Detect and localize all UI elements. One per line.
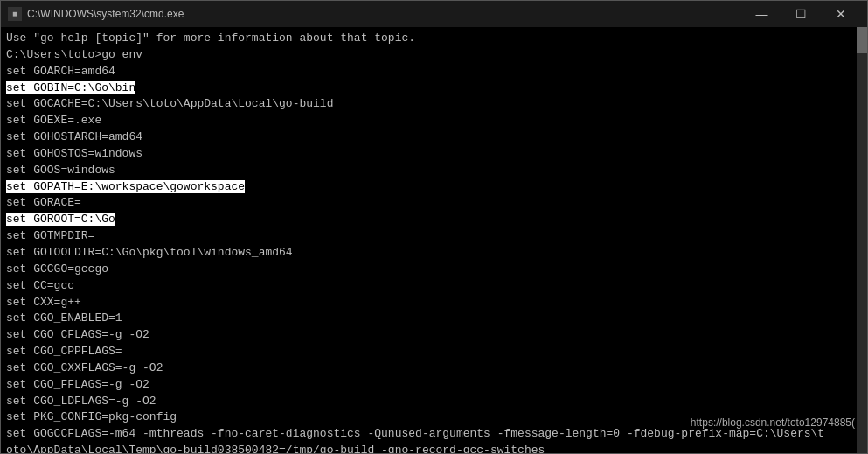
title-bar: ■ C:\WINDOWS\system32\cmd.exe — ☐ ✕ <box>1 1 867 27</box>
console-line: set GOOS=windows <box>6 163 862 179</box>
console-line: set GOGCCFLAGS=-m64 -mthreads -fno-caret… <box>6 426 862 443</box>
console-line: set GCCGO=gccgo <box>6 262 862 278</box>
console-line: set CXX=g++ <box>6 295 862 311</box>
minimize-button[interactable]: — <box>742 1 781 27</box>
console-line: set GOCACHE=C:\Users\toto\AppData\Local\… <box>6 96 862 113</box>
console-line: set CGO_CXXFLAGS=-g -O2 <box>6 360 862 377</box>
console-line: oto\AppData\Local\Temp\go-build038500482… <box>6 443 862 453</box>
console-line: set GOROOT=C:\Go <box>6 212 862 228</box>
console-line: C:\Users\toto>go env <box>6 47 862 64</box>
console-line: set GOHOSTARCH=amd64 <box>6 129 862 146</box>
scrollbar[interactable] <box>857 27 867 453</box>
console-line: set CGO_LDFLAGS=-g -O2 <box>6 394 862 410</box>
console-line: set CGO_FFLAGS=-g -O2 <box>6 377 862 394</box>
console-line: set GOHOSTOS=windows <box>6 146 862 163</box>
console-line: set GOPATH=E:\workspace\goworkspace <box>6 179 862 196</box>
close-button[interactable]: ✕ <box>821 1 860 27</box>
cmd-window: ■ C:\WINDOWS\system32\cmd.exe — ☐ ✕ Use … <box>0 0 868 454</box>
console-line: set GOARCH=amd64 <box>6 64 862 80</box>
console-line: set CC=gcc <box>6 278 862 295</box>
console-line: set GOEXE=.exe <box>6 113 862 129</box>
console-line: set GOBIN=C:\Go\bin <box>6 80 862 97</box>
watermark: https://blog.csdn.net/toto12974885( <box>691 416 855 429</box>
console-line: set GORACE= <box>6 195 862 212</box>
console-line: set CGO_CFLAGS=-g -O2 <box>6 327 862 344</box>
window-controls: — ☐ ✕ <box>742 1 860 27</box>
console-line: set CGO_CPPFLAGS= <box>6 344 862 360</box>
window-title: C:\WINDOWS\system32\cmd.exe <box>27 8 742 20</box>
console-line: set GOTMPDIR= <box>6 228 862 245</box>
console-line: Use "go help [topic]" for more informati… <box>6 31 862 47</box>
maximize-button[interactable]: ☐ <box>781 1 821 27</box>
scrollbar-thumb[interactable] <box>857 27 867 53</box>
console-line: set CGO_ENABLED=1 <box>6 311 862 327</box>
console-content: Use "go help [topic]" for more informati… <box>6 31 862 453</box>
console-area[interactable]: Use "go help [topic]" for more informati… <box>1 27 867 453</box>
cmd-icon: ■ <box>8 7 22 21</box>
console-line: set GOTOOLDIR=C:\Go\pkg\tool\windows_amd… <box>6 245 862 262</box>
